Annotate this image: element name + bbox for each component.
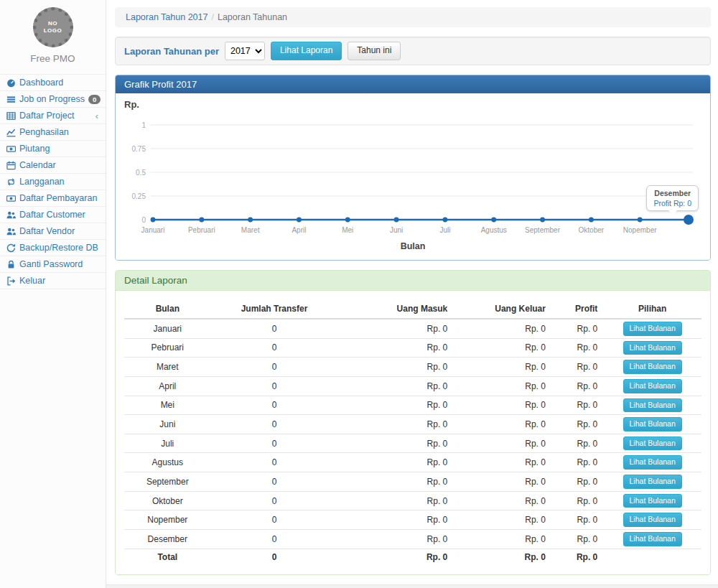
cell-bulan: Mei bbox=[124, 396, 211, 415]
lihat-laporan-button[interactable]: Lihat Laporan bbox=[271, 42, 342, 60]
svg-text:September: September bbox=[525, 226, 561, 234]
sidebar-item-daftar-project[interactable]: Daftar Project‹ bbox=[0, 108, 106, 123]
cell-uang-masuk: Rp. 0 bbox=[337, 396, 453, 415]
cell-bulan: Agustus bbox=[124, 453, 211, 472]
chart-tooltip: Desember Profit Rp: 0 bbox=[646, 185, 699, 211]
cell-jumlah-transfer: 0 bbox=[211, 472, 338, 492]
sidebar-nav: DashboardJob on Progress0Daftar Project‹… bbox=[0, 74, 106, 289]
cell-uang-masuk: Rp. 0 bbox=[337, 453, 453, 472]
svg-text:Agustus: Agustus bbox=[481, 226, 507, 234]
cell-bulan: Oktober bbox=[124, 491, 211, 510]
y-axis-title: Rp. bbox=[124, 99, 701, 112]
svg-text:0: 0 bbox=[141, 216, 146, 224]
svg-text:Pebruari: Pebruari bbox=[188, 226, 215, 234]
dashboard-icon bbox=[6, 78, 16, 88]
sidebar-item-keluar[interactable]: Keluar bbox=[0, 273, 106, 289]
sidebar-item-calendar[interactable]: Calendar bbox=[0, 157, 106, 173]
lihat-bulanan-button[interactable]: Lihat Bulanan bbox=[623, 398, 682, 413]
cell-uang-masuk: Rp. 0 bbox=[337, 510, 453, 530]
cell-uang-masuk: Rp. 0 bbox=[337, 434, 453, 453]
total-profit: Rp. 0 bbox=[551, 549, 603, 566]
breadcrumb-link-laporan-tahun[interactable]: Laporan Tahun 2017 bbox=[126, 12, 208, 22]
lihat-bulanan-button[interactable]: Lihat Bulanan bbox=[623, 417, 682, 431]
svg-text:Nopember: Nopember bbox=[623, 226, 657, 234]
svg-text:0.25: 0.25 bbox=[132, 192, 146, 200]
chart-line-icon bbox=[6, 127, 16, 137]
users-icon bbox=[6, 210, 16, 220]
cell-bulan: Juli bbox=[124, 434, 211, 453]
sidebar-item-langganan[interactable]: Langganan bbox=[0, 174, 106, 190]
sidebar-item-label: Langganan bbox=[19, 177, 65, 187]
brand-name: Free PMO bbox=[0, 50, 106, 70]
cell-uang-keluar: Rp. 0 bbox=[453, 319, 551, 338]
sidebar-item-daftar-pembayaran[interactable]: Daftar Pembayaran bbox=[0, 190, 106, 206]
table-total-row: Total0Rp. 0Rp. 0Rp. 0 bbox=[124, 549, 701, 566]
lihat-bulanan-button[interactable]: Lihat Bulanan bbox=[623, 379, 682, 393]
cell-profit: Rp. 0 bbox=[551, 319, 603, 338]
sidebar-item-label: Keluar bbox=[19, 276, 45, 286]
sidebar-item-ganti-password[interactable]: Ganti Password bbox=[0, 256, 106, 272]
calendar-icon bbox=[6, 160, 16, 170]
sidebar-item-daftar-vendor[interactable]: Daftar Vendor bbox=[0, 223, 106, 239]
users-icon bbox=[6, 226, 16, 236]
refresh-icon bbox=[6, 243, 16, 253]
table-icon bbox=[6, 111, 16, 121]
sign-out-icon bbox=[6, 276, 16, 286]
year-select[interactable]: 2017 bbox=[225, 42, 265, 60]
table-row: Pebruari0Rp. 0Rp. 0Rp. 0Lihat Bulanan bbox=[124, 338, 701, 358]
money-icon bbox=[6, 144, 16, 154]
total-label: Total bbox=[124, 549, 211, 566]
cell-uang-masuk: Rp. 0 bbox=[337, 415, 453, 434]
lihat-bulanan-button[interactable]: Lihat Bulanan bbox=[623, 341, 682, 355]
sidebar-item-label: Job on Progress bbox=[19, 94, 85, 104]
cell-jumlah-transfer: 0 bbox=[211, 453, 338, 472]
table-row: Juli0Rp. 0Rp. 0Rp. 0Lihat Bulanan bbox=[124, 434, 701, 453]
lihat-bulanan-button[interactable]: Lihat Bulanan bbox=[623, 532, 682, 546]
sidebar-item-label: Dashboard bbox=[19, 78, 63, 88]
tasks-icon bbox=[6, 94, 16, 104]
sidebar-item-penghasilan[interactable]: Penghasilan bbox=[0, 124, 106, 140]
lihat-bulanan-button[interactable]: Lihat Bulanan bbox=[623, 455, 682, 470]
cell-uang-keluar: Rp. 0 bbox=[453, 530, 551, 549]
report-filter-bar: Laporan Tahunan per 2017 Lihat Laporan T… bbox=[115, 37, 711, 65]
cell-bulan: Juni bbox=[124, 415, 211, 434]
svg-text:Juni: Juni bbox=[390, 226, 403, 234]
sidebar-item-job-on-progress[interactable]: Job on Progress0 bbox=[0, 91, 106, 107]
sidebar-item-dashboard[interactable]: Dashboard bbox=[0, 75, 106, 90]
svg-text:Maret: Maret bbox=[241, 226, 260, 234]
lihat-bulanan-button[interactable]: Lihat Bulanan bbox=[623, 360, 682, 374]
lihat-bulanan-button[interactable]: Lihat Bulanan bbox=[623, 475, 682, 489]
column-header-profit: Profit bbox=[551, 299, 603, 319]
cell-profit: Rp. 0 bbox=[551, 491, 603, 510]
cell-bulan: Januari bbox=[124, 319, 211, 338]
total-uang-keluar: Rp. 0 bbox=[453, 549, 551, 566]
logo-area: NO LOGO Free PMO bbox=[0, 0, 106, 74]
sidebar-item-daftar-customer[interactable]: Daftar Customer bbox=[0, 207, 106, 223]
lihat-bulanan-button[interactable]: Lihat Bulanan bbox=[623, 437, 682, 451]
cell-uang-masuk: Rp. 0 bbox=[337, 491, 453, 510]
sidebar-item-label: Daftar Vendor bbox=[19, 226, 75, 236]
lihat-bulanan-button[interactable]: Lihat Bulanan bbox=[623, 322, 682, 336]
sidebar-item-backup-restore-db[interactable]: Backup/Restore DB bbox=[0, 240, 106, 256]
table-row: September0Rp. 0Rp. 0Rp. 0Lihat Bulanan bbox=[124, 472, 701, 492]
tahun-ini-button[interactable]: Tahun ini bbox=[348, 42, 401, 60]
lihat-bulanan-button[interactable]: Lihat Bulanan bbox=[623, 494, 682, 508]
profit-chart-panel: Grafik Profit 2017 Rp. 00.250.50.751Janu… bbox=[115, 75, 711, 261]
lihat-bulanan-button[interactable]: Lihat Bulanan bbox=[623, 513, 682, 527]
cell-jumlah-transfer: 0 bbox=[211, 510, 338, 530]
sidebar-item-piutang[interactable]: Piutang bbox=[0, 141, 106, 157]
page-footer: Powered by Free PMO, and developed with … bbox=[106, 584, 718, 588]
cell-uang-keluar: Rp. 0 bbox=[453, 396, 551, 415]
profit-line-chart: 00.250.50.751JanuariPebruariMaretAprilMe… bbox=[124, 112, 701, 241]
svg-text:April: April bbox=[292, 226, 306, 234]
cell-uang-masuk: Rp. 0 bbox=[337, 376, 453, 396]
yearly-report-table: BulanJumlah TransferUang MasukUang Kelua… bbox=[124, 299, 701, 566]
column-header-uang-masuk: Uang Masuk bbox=[337, 299, 453, 319]
table-row: Juni0Rp. 0Rp. 0Rp. 0Lihat Bulanan bbox=[124, 415, 701, 434]
svg-text:0.75: 0.75 bbox=[132, 145, 146, 153]
tooltip-value: Profit Rp: 0 bbox=[653, 199, 691, 207]
cell-uang-masuk: Rp. 0 bbox=[337, 338, 453, 358]
tooltip-title: Desember bbox=[653, 189, 691, 197]
lock-icon bbox=[6, 259, 16, 269]
breadcrumb: Laporan Tahun 2017/Laporan Tahunan bbox=[115, 7, 711, 27]
